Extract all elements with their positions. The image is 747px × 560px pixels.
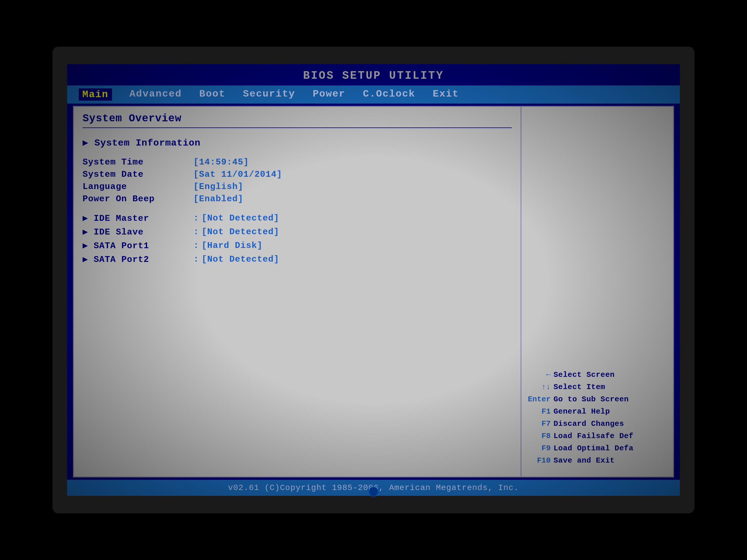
value-sata-port2: [Not Detected] [202,254,279,264]
help-key-enter: Enter [527,395,550,404]
screen: BIOS SETUP UTILITY Main Advanced Boot Se… [67,64,680,496]
device-row-ide-slave: IDE Slave : [Not Detected] [83,226,512,237]
label-ide-slave[interactable]: IDE Slave [83,226,194,237]
help-row-6: F9 Load Optimal Defa [527,444,667,453]
help-desc-optimal: Load Optimal Defa [553,444,634,453]
help-desc-select-item: Select Item [553,383,605,392]
help-desc-failsafe: Load Failsafe Def [553,432,634,441]
bios-title: BIOS SETUP UTILITY [303,70,444,82]
help-desc-subscreen: Go to Sub Screen [553,395,629,404]
label-sata-port1[interactable]: SATA Port1 [83,240,194,251]
label-system-date: System Date [83,169,194,179]
help-row-5: F8 Load Failsafe Def [527,432,667,441]
info-row-time: System Time [14:59:45] [83,157,512,167]
label-language: Language [83,182,194,192]
subsection-title[interactable]: System Information [74,134,520,154]
info-row-beep: Power On Beep [Enabled] [83,194,512,204]
value-system-time[interactable]: [14:59:45] [194,157,249,167]
menu-item-advanced[interactable]: Advanced [130,88,182,101]
menu-item-exit[interactable]: Exit [433,88,459,101]
power-button[interactable] [369,487,378,496]
section-title: System Overview [74,107,520,128]
value-sata-port1: [Hard Disk] [202,241,263,250]
content-area: System Overview System Information Syste… [73,106,674,477]
menu-bar: Main Advanced Boot Security Power C.Oclo… [67,85,680,104]
left-panel: System Overview System Information Syste… [74,107,521,477]
label-sata-port2[interactable]: SATA Port2 [83,254,194,265]
menu-item-boot[interactable]: Boot [199,88,226,101]
separator-4: : [194,254,199,264]
separator-1: : [194,213,199,223]
help-key-f9: F9 [527,444,550,453]
device-row-sata2: SATA Port2 : [Not Detected] [83,254,512,265]
bios-container: BIOS SETUP UTILITY Main Advanced Boot Se… [67,64,680,496]
help-key-f7: F7 [527,420,550,428]
help-desc-general-help: General Help [553,407,610,416]
title-bar: BIOS SETUP UTILITY [67,64,680,85]
info-row-date: System Date [Sat 11/01/2014] [83,169,512,179]
value-ide-master: [Not Detected] [202,213,279,223]
right-panel: ← Select Screen ↑↓ Select Item Enter Go … [521,107,673,477]
help-row-4: F7 Discard Changes [527,420,667,428]
help-key-updown: ↑↓ [527,383,550,392]
help-row-0: ← Select Screen [527,370,667,379]
help-row-7: F10 Save and Exit [527,456,667,465]
value-language[interactable]: [English] [194,182,243,192]
label-ide-master[interactable]: IDE Master [83,213,194,223]
help-desc-select-screen: Select Screen [553,370,615,379]
section-divider [83,128,512,128]
help-desc-discard: Discard Changes [553,420,624,428]
help-row-3: F1 General Help [527,407,667,416]
monitor-bezel: BIOS SETUP UTILITY Main Advanced Boot Se… [53,47,694,513]
help-row-2: Enter Go to Sub Screen [527,395,667,404]
value-ide-slave: [Not Detected] [202,227,279,237]
label-power-on-beep: Power On Beep [83,194,194,204]
menu-item-security[interactable]: Security [243,88,295,101]
device-row-ide-master: IDE Master : [Not Detected] [83,213,512,223]
devices-section: IDE Master : [Not Detected] IDE Slave : … [74,207,520,267]
help-key-f10: F10 [527,456,550,465]
menu-item-main[interactable]: Main [79,88,112,101]
info-table: System Time [14:59:45] System Date [Sat … [74,154,520,207]
device-row-sata1: SATA Port1 : [Hard Disk] [83,240,512,251]
help-key-f8: F8 [527,432,550,441]
separator-2: : [194,227,199,237]
menu-item-coclock[interactable]: C.Oclock [363,88,415,101]
help-row-1: ↑↓ Select Item [527,383,667,392]
value-power-on-beep[interactable]: [Enabled] [194,194,243,204]
info-row-language: Language [English] [83,182,512,192]
help-desc-save-exit: Save and Exit [553,456,615,465]
menu-item-power[interactable]: Power [313,88,345,101]
help-section: ← Select Screen ↑↓ Select Item Enter Go … [527,370,667,465]
value-system-date[interactable]: [Sat 11/01/2014] [194,169,282,179]
separator-3: : [194,241,199,250]
help-key-arrow: ← [527,370,550,379]
help-key-f1: F1 [527,407,550,416]
label-system-time: System Time [83,157,194,167]
